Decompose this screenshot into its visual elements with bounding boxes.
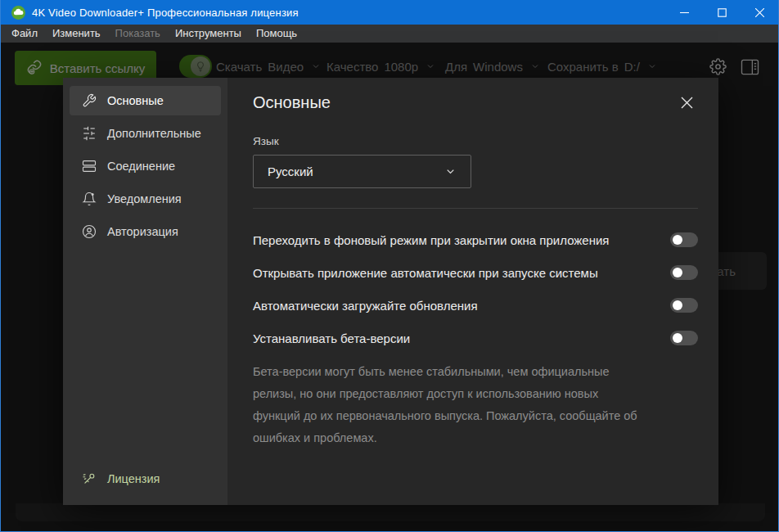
language-selected-value: Русский	[268, 165, 313, 178]
sidebar-item-connection[interactable]: Соединение	[70, 151, 221, 181]
setting-label: Переходить в фоновый режим при закрытии …	[253, 233, 609, 247]
sidebar-item-authorization[interactable]: Авторизация	[70, 217, 221, 246]
sidebar-item-label: Основные	[107, 94, 164, 107]
settings-panel-general: Основные Язык Русский Переходить в фонов…	[227, 78, 718, 505]
user-circle-icon	[82, 224, 97, 239]
license-label: Лицензия	[107, 472, 160, 485]
app-window: 4K Video Downloader+ Профессиональная ли…	[0, 0, 779, 532]
sidebar-item-general[interactable]: Основные	[70, 86, 221, 115]
chevron-down-icon	[444, 165, 457, 178]
sidebar-item-label: Авторизация	[107, 225, 178, 238]
window-title: 4K Video Downloader+ Профессиональная ли…	[32, 7, 299, 19]
section-divider	[253, 208, 698, 209]
background-mode-toggle[interactable]	[670, 232, 698, 247]
maximize-button[interactable]	[703, 0, 741, 25]
settings-sidebar: Основные Дополнительные Соединение Уведо…	[63, 78, 227, 505]
close-window-button[interactable]	[741, 0, 778, 25]
sidebar-item-label: Дополнительные	[107, 127, 201, 140]
server-icon	[82, 159, 97, 174]
menu-view: Показать	[108, 25, 168, 43]
setting-row-auto-updates: Автоматически загружайте обновления	[253, 289, 698, 322]
sliders-icon	[82, 126, 97, 141]
close-icon	[681, 97, 693, 109]
menu-edit[interactable]: Изменить	[45, 25, 108, 43]
menubar: Файл Изменить Показать Инструменты Помощ…	[1, 25, 778, 43]
language-label: Язык	[253, 135, 698, 147]
close-settings-button[interactable]	[675, 91, 698, 114]
wrench-icon	[82, 93, 97, 108]
setting-label: Устанавливать бета-версии	[253, 331, 410, 345]
sidebar-item-notifications[interactable]: Уведомления	[70, 184, 221, 214]
setting-row-autostart: Открывать приложение автоматически при з…	[253, 256, 698, 289]
app-body: Вставить ссылку Скачать Видео Качество 1…	[1, 43, 778, 532]
sidebar-item-advanced[interactable]: Дополнительные	[70, 119, 221, 148]
sidebar-item-label: Соединение	[107, 160, 175, 173]
auto-updates-toggle[interactable]	[670, 298, 698, 313]
beta-versions-toggle[interactable]	[670, 331, 698, 345]
language-select[interactable]: Русский	[253, 155, 471, 188]
setting-row-beta-versions: Устанавливать бета-версии	[253, 322, 698, 354]
beta-description: Бета-версии могут быть менее стабильными…	[253, 361, 646, 449]
menu-tools[interactable]: Инструменты	[168, 25, 249, 43]
bell-icon	[82, 192, 97, 206]
minimize-button[interactable]	[665, 0, 703, 25]
setting-label: Автоматически загружайте обновления	[253, 299, 478, 313]
titlebar: 4K Video Downloader+ Профессиональная ли…	[1, 0, 778, 25]
license-key-icon	[82, 471, 97, 486]
menu-help[interactable]: Помощь	[249, 25, 304, 43]
autostart-toggle[interactable]	[670, 265, 698, 280]
menu-file[interactable]: Файл	[4, 25, 45, 43]
app-logo-icon	[11, 6, 25, 20]
settings-modal: Основные Дополнительные Соединение Уведо…	[63, 78, 718, 505]
setting-row-background-mode: Переходить в фоновый режим при закрытии …	[253, 223, 698, 256]
sidebar-item-label: Уведомления	[107, 192, 182, 205]
panel-title: Основные	[253, 93, 331, 112]
sidebar-item-license[interactable]: Лицензия	[70, 464, 221, 494]
setting-label: Открывать приложение автоматически при з…	[253, 266, 598, 280]
